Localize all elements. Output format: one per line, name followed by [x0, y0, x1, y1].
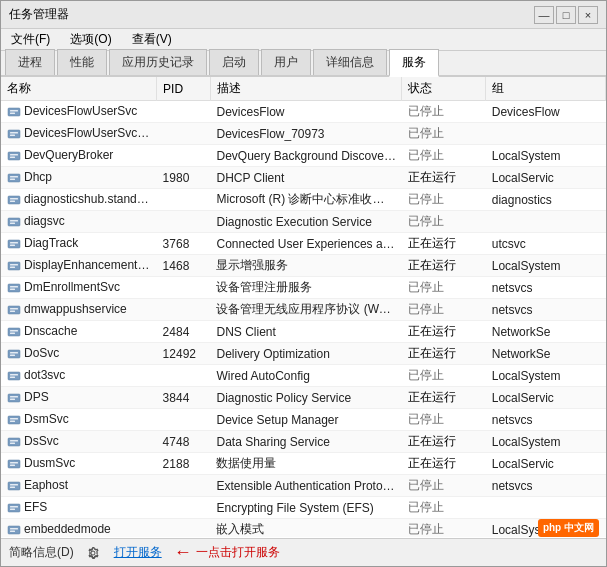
cell-group: LocalServic [486, 387, 606, 409]
svg-rect-56 [10, 508, 15, 510]
cell-pid: 1468 [157, 255, 211, 277]
tab-process[interactable]: 进程 [5, 49, 55, 75]
svg-rect-49 [10, 462, 18, 464]
tab-users[interactable]: 用户 [261, 49, 311, 75]
table-row[interactable]: DevicesFlowUserSvc DevicesFlow 已停止 Devic… [1, 101, 606, 123]
cell-status: 正在运行 [402, 343, 486, 365]
maximize-button[interactable]: □ [556, 6, 576, 24]
svg-rect-33 [8, 350, 20, 358]
table-row[interactable]: DoSvc 12492 Delivery Optimization 正在运行 N… [1, 343, 606, 365]
title-bar: 任务管理器 — □ × [1, 1, 606, 29]
svg-rect-2 [10, 112, 15, 114]
col-header-status[interactable]: 状态 [402, 77, 486, 101]
cell-desc: Extensible Authentication Protocol [210, 475, 402, 497]
table-header-row: 名称 PID 描述 状态 组 [1, 77, 606, 101]
service-icon [7, 325, 21, 339]
cell-desc: Diagnostic Execution Service [210, 211, 402, 233]
svg-rect-12 [8, 196, 20, 204]
footer: 简略信息(D) 打开服务 ← 一点击打开服务 [1, 538, 606, 566]
svg-rect-35 [10, 354, 15, 356]
menu-options[interactable]: 选项(O) [64, 29, 117, 50]
cell-group: LocalSystem [486, 145, 606, 167]
tab-performance[interactable]: 性能 [57, 49, 107, 75]
close-button[interactable]: × [578, 6, 598, 24]
cell-group [486, 123, 606, 145]
cell-pid: 3844 [157, 387, 211, 409]
svg-rect-22 [10, 264, 18, 266]
col-header-group[interactable]: 组 [486, 77, 606, 101]
php-badge: php 中文网 [538, 519, 599, 537]
svg-rect-59 [10, 530, 15, 532]
cell-desc: DNS Client [210, 321, 402, 343]
cell-group: LocalServic [486, 167, 606, 189]
col-header-name[interactable]: 名称 [1, 77, 157, 101]
cell-group: netsvcs [486, 409, 606, 431]
open-service-button[interactable]: 打开服务 [114, 544, 162, 561]
service-icon [7, 149, 21, 163]
cell-status: 已停止 [402, 277, 486, 299]
table-row[interactable]: DusmSvc 2188 数据使用量 正在运行 LocalServic [1, 453, 606, 475]
tab-startup[interactable]: 启动 [209, 49, 259, 75]
cell-pid [157, 189, 211, 211]
svg-rect-53 [10, 486, 15, 488]
table-row[interactable]: diagsvc Diagnostic Execution Service 已停止 [1, 211, 606, 233]
cell-name: DisplayEnhancementServ... [1, 255, 157, 277]
tab-services[interactable]: 服务 [389, 49, 439, 77]
cell-desc: 数据使用量 [210, 453, 402, 475]
window-controls: — □ × [534, 6, 598, 24]
annotation: ← 一点击打开服务 [174, 542, 280, 563]
table-row[interactable]: embeddedmode 嵌入模式 已停止 LocalSystem [1, 519, 606, 538]
table-row[interactable]: Dnscache 2484 DNS Client 正在运行 NetworkSe [1, 321, 606, 343]
col-header-desc[interactable]: 描述 [210, 77, 402, 101]
services-table-container[interactable]: 名称 PID 描述 状态 组 DevicesFlowUserSvc Dev [1, 77, 606, 537]
table-row[interactable]: DsmSvc Device Setup Manager 已停止 netsvcs [1, 409, 606, 431]
cell-name: DsSvc [1, 431, 157, 453]
cell-name: Dhcp [1, 167, 157, 189]
tab-app-history[interactable]: 应用历史记录 [109, 49, 207, 75]
services-table: 名称 PID 描述 状态 组 DevicesFlowUserSvc Dev [1, 77, 606, 537]
table-row[interactable]: DmEnrollmentSvc 设备管理注册服务 已停止 netsvcs [1, 277, 606, 299]
cell-name: DusmSvc [1, 453, 157, 475]
cell-status: 正在运行 [402, 321, 486, 343]
menu-view[interactable]: 查看(V) [126, 29, 178, 50]
cell-status: 已停止 [402, 101, 486, 123]
cell-pid [157, 409, 211, 431]
svg-rect-34 [10, 352, 18, 354]
cell-desc: Connected User Experiences and... [210, 233, 402, 255]
tab-details[interactable]: 详细信息 [313, 49, 387, 75]
svg-rect-54 [8, 504, 20, 512]
svg-rect-42 [8, 416, 20, 424]
cell-status: 正在运行 [402, 255, 486, 277]
cell-status: 正在运行 [402, 233, 486, 255]
table-row[interactable]: diagnosticshub.standard... Microsoft (R)… [1, 189, 606, 211]
cell-status: 已停止 [402, 211, 486, 233]
cell-desc: 嵌入模式 [210, 519, 402, 538]
table-row[interactable]: dot3svc Wired AutoConfig 已停止 LocalSystem [1, 365, 606, 387]
cell-group: LocalSystem [486, 431, 606, 453]
table-row[interactable]: Eaphost Extensible Authentication Protoc… [1, 475, 606, 497]
col-header-pid[interactable]: PID [157, 77, 211, 101]
menu-file[interactable]: 文件(F) [5, 29, 56, 50]
cell-group: utcsvc [486, 233, 606, 255]
table-row[interactable]: DisplayEnhancementServ... 1468 显示增强服务 正在… [1, 255, 606, 277]
content-area: 名称 PID 描述 状态 组 DevicesFlowUserSvc Dev [1, 77, 606, 538]
cell-desc: Device Setup Manager [210, 409, 402, 431]
svg-rect-8 [10, 156, 15, 158]
svg-rect-55 [10, 506, 18, 508]
table-row[interactable]: DevicesFlowUserSvc_709... DevicesFlow_70… [1, 123, 606, 145]
service-icon [7, 259, 21, 273]
table-row[interactable]: Dhcp 1980 DHCP Client 正在运行 LocalServic [1, 167, 606, 189]
table-row[interactable]: DsSvc 4748 Data Sharing Service 正在运行 Loc… [1, 431, 606, 453]
table-row[interactable]: EFS Encrypting File System (EFS) 已停止 [1, 497, 606, 519]
cell-pid [157, 475, 211, 497]
table-row[interactable]: DPS 3844 Diagnostic Policy Service 正在运行 … [1, 387, 606, 409]
svg-rect-9 [8, 174, 20, 182]
cell-desc: 设备管理注册服务 [210, 277, 402, 299]
cell-name: diagnosticshub.standard... [1, 189, 157, 211]
minimize-button[interactable]: — [534, 6, 554, 24]
table-row[interactable]: DiagTrack 3768 Connected User Experience… [1, 233, 606, 255]
table-row[interactable]: DevQueryBroker DevQuery Background Disco… [1, 145, 606, 167]
svg-rect-1 [10, 110, 18, 112]
table-row[interactable]: dmwappushservice 设备管理无线应用程序协议 (WAP) ... … [1, 299, 606, 321]
cell-name: DiagTrack [1, 233, 157, 255]
